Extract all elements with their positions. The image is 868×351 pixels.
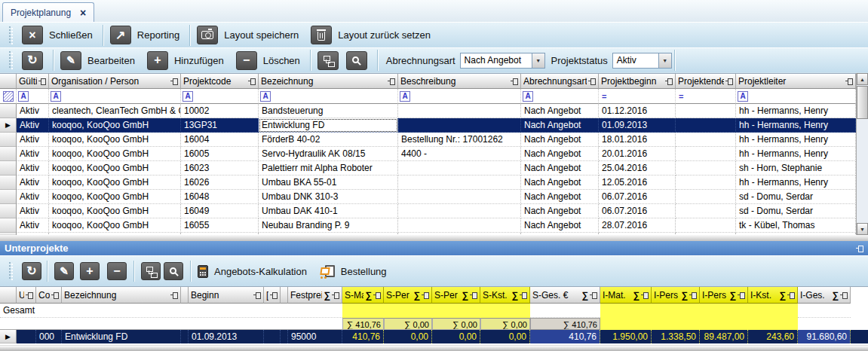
- cell[interactable]: 18.01.2016: [599, 133, 676, 147]
- cell[interactable]: tk - Kübel, Thomas: [736, 218, 856, 233]
- order-button[interactable]: Bestellung: [314, 256, 394, 286]
- sum-icon[interactable]: ∑: [365, 290, 372, 301]
- cell[interactable]: 13GP31: [181, 118, 259, 133]
- subgrid-column-header-i-pers[interactable]: I-Pers∑: [652, 287, 700, 304]
- sub-edit-button[interactable]: ✎: [50, 256, 77, 286]
- filter-cell[interactable]: =: [676, 89, 736, 104]
- tab-close-icon[interactable]: ×: [80, 8, 86, 17]
- cell[interactable]: Palettierr mit Alpha Roboter: [259, 161, 398, 176]
- subgrid-column-header-i-pers[interactable]: I-Pers∑: [700, 287, 748, 304]
- cell[interactable]: Entwicklung FD: [62, 330, 181, 343]
- table-row[interactable]: Aktivkooqoo, KooQoo GmbH16026Umbau BKA 5…: [0, 176, 856, 190]
- cell[interactable]: Aktiv: [17, 190, 49, 204]
- pin-icon[interactable]: [845, 78, 853, 85]
- close-button[interactable]: × Schließen: [17, 23, 100, 47]
- cell[interactable]: Aktiv: [17, 204, 49, 218]
- reporting-button[interactable]: ↗ Reporting: [106, 23, 187, 47]
- cell[interactable]: hh - Hermanns, Henry: [736, 147, 856, 161]
- layout-save-button[interactable]: Layout speichern: [192, 23, 306, 47]
- cell[interactable]: Entwicklung FD: [259, 118, 398, 133]
- filter-indicator-cell[interactable]: [0, 89, 17, 104]
- cell[interactable]: 12.05.2016: [599, 176, 676, 190]
- subgrid-column-header-bezeichnung[interactable]: Bezeichnung: [62, 287, 181, 304]
- pin-icon[interactable]: [51, 291, 59, 299]
- cell[interactable]: 16004: [181, 133, 259, 147]
- cell[interactable]: 410,76: [342, 330, 384, 343]
- cell[interactable]: 4400 -: [398, 147, 521, 161]
- cell[interactable]: 01.09.2013: [599, 118, 676, 133]
- cell[interactable]: [676, 133, 736, 147]
- row-indicator[interactable]: [0, 218, 17, 233]
- sum-icon[interactable]: ∑: [633, 290, 639, 301]
- row-indicator[interactable]: [0, 104, 17, 118]
- sub-search-button[interactable]: [164, 256, 188, 286]
- cell[interactable]: FörderB 40-02: [259, 133, 398, 147]
- cell[interactable]: Aktiv: [17, 104, 49, 118]
- pin-icon[interactable]: [270, 291, 278, 299]
- row-indicator[interactable]: [0, 204, 17, 218]
- pin-icon[interactable]: [738, 291, 745, 299]
- cell[interactable]: [676, 147, 736, 161]
- pin-icon[interactable]: [373, 291, 381, 299]
- scroll-up-button[interactable]: ▲: [857, 73, 868, 85]
- cell[interactable]: [398, 204, 521, 218]
- cell[interactable]: hh - Hermanns, Henry: [736, 133, 856, 147]
- subproject-row[interactable]: ▶000Entwicklung FD01.09.201395000410,760…: [0, 330, 868, 343]
- table-row[interactable]: Aktivkooqoo, KooQoo GmbH16048Umbau DNK 3…: [0, 190, 856, 204]
- group-row-gesamt[interactable]: Gesamt: [0, 304, 868, 318]
- cell[interactable]: Aktiv: [17, 218, 49, 233]
- filter-cell[interactable]: A: [259, 89, 398, 104]
- cell[interactable]: Aktiv: [17, 147, 49, 161]
- column-header-beschreibung[interactable]: Beschreibung: [398, 74, 521, 89]
- filter-cell[interactable]: A: [736, 89, 856, 104]
- auto-filter-icon[interactable]: A: [51, 91, 61, 102]
- cell[interactable]: Nach Angebot: [521, 147, 599, 161]
- cell[interactable]: hh - Hermanns, Henry: [736, 176, 856, 190]
- cell[interactable]: kooqoo, KooQoo GmbH: [49, 147, 181, 161]
- cell[interactable]: 25.04.2016: [599, 161, 676, 176]
- cell[interactable]: Umbau DNK 310-3: [259, 190, 398, 204]
- pin-icon[interactable]: [840, 291, 848, 299]
- table-row[interactable]: ▶Aktivkooqoo, KooQoo GmbH13GP31Entwicklu…: [0, 118, 856, 133]
- filter-cell[interactable]: A: [17, 89, 49, 104]
- cell[interactable]: [181, 330, 189, 343]
- billing-filter-dropdown[interactable]: Nach Angebot ▼: [460, 53, 545, 69]
- cell[interactable]: 1.338,50: [652, 330, 700, 343]
- cell[interactable]: [398, 104, 521, 118]
- cell[interactable]: 1.950,00: [600, 330, 652, 343]
- cell[interactable]: Umbau BKA 55-01: [259, 176, 398, 190]
- cell[interactable]: Servo-Hydraulik AK 08/15: [259, 147, 398, 161]
- subgrid-column-header-s-per[interactable]: S-Per∑: [384, 287, 432, 304]
- cell[interactable]: kooqoo, KooQoo GmbH: [49, 190, 181, 204]
- panel-splitter[interactable]: [0, 235, 868, 241]
- column-header-projektbeginn[interactable]: Projektbeginn: [599, 74, 676, 89]
- cell[interactable]: Nach Angebot: [521, 204, 599, 218]
- cell[interactable]: kooqoo, KooQoo GmbH: [49, 161, 181, 176]
- delete-button[interactable]: − Löschen: [232, 48, 308, 72]
- filter-cell[interactable]: A: [398, 89, 521, 104]
- toolbar-grip[interactable]: [9, 262, 13, 280]
- subgrid-column-header-beginn[interactable]: Beginn: [189, 287, 264, 304]
- cell[interactable]: kooqoo, KooQoo GmbH: [49, 204, 181, 218]
- sum-icon[interactable]: ∑: [511, 290, 518, 301]
- pin-icon[interactable]: [388, 78, 395, 85]
- pin-icon[interactable]: [470, 291, 477, 299]
- cell[interactable]: kooqoo, KooQoo GmbH: [49, 133, 181, 147]
- search-button[interactable]: [346, 48, 375, 72]
- toolbar-grip[interactable]: [9, 26, 13, 44]
- pin-icon[interactable]: [422, 291, 429, 299]
- cell[interactable]: [676, 161, 736, 176]
- cell[interactable]: hh - Hermanns, Henry: [736, 118, 856, 133]
- clear-filter-icon[interactable]: [3, 91, 14, 102]
- scroll-down-button[interactable]: ▼: [857, 223, 868, 235]
- pin-icon[interactable]: [725, 78, 733, 85]
- sum-icon[interactable]: ∑: [832, 290, 839, 301]
- cell[interactable]: 01.12.2016: [599, 104, 676, 118]
- table-row[interactable]: Aktivcleantech, CleanTech GmbH & Co. K..…: [0, 104, 856, 118]
- cell[interactable]: sd - Domu, Serdar: [736, 190, 856, 204]
- pin-icon[interactable]: [588, 78, 596, 85]
- cell[interactable]: Bestellung Nr.: 17001262: [398, 133, 521, 147]
- add-button[interactable]: + Hinzufügen: [143, 48, 232, 72]
- sub-delete-button[interactable]: −: [103, 256, 131, 286]
- cell[interactable]: 16026: [181, 176, 259, 190]
